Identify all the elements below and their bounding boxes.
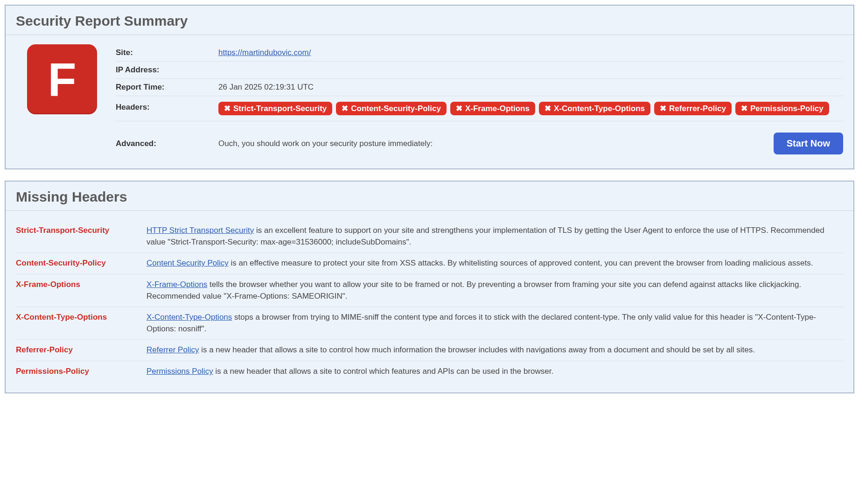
missing-header-desc-text: is a new header that allows a site to co… [199, 345, 755, 354]
header-pill-label: Permissions-Policy [750, 104, 824, 113]
header-pill-label: X-Frame-Options [465, 104, 530, 113]
header-pill[interactable]: ✖Content-Security-Policy [336, 102, 447, 115]
x-icon: ✖ [741, 104, 747, 113]
missing-header-name: X-Content-Type-Options [16, 312, 147, 335]
x-icon: ✖ [660, 104, 666, 113]
missing-header-link[interactable]: X-Frame-Options [147, 280, 207, 289]
header-pill[interactable]: ✖X-Content-Type-Options [539, 102, 650, 115]
summary-row-headers: Headers: ✖Strict-Transport-Security✖Cont… [116, 96, 843, 121]
missing-headers-panel-header: Missing Headers [6, 182, 853, 210]
x-icon: ✖ [456, 104, 462, 113]
summary-row-report-time: Report Time: 26 Jan 2025 02:19:31 UTC [116, 79, 843, 96]
header-pills-container: ✖Strict-Transport-Security✖Content-Secur… [218, 100, 843, 117]
summary-panel-body: F Site: https://martindubovic.com/ IP Ad… [6, 35, 853, 168]
missing-header-desc: HTTP Strict Transport Security is an exc… [147, 225, 843, 248]
missing-header-name: Strict-Transport-Security [16, 225, 147, 248]
report-time-value: 26 Jan 2025 02:19:31 UTC [218, 83, 843, 92]
missing-header-link[interactable]: Content Security Policy [147, 259, 229, 267]
missing-headers-table: Strict-Transport-SecurityHTTP Strict Tra… [16, 220, 843, 382]
report-time-label: Report Time: [116, 83, 218, 92]
summary-row-advanced: Advanced: Ouch, you should work on your … [116, 121, 843, 158]
missing-header-name: Referrer-Policy [16, 344, 147, 356]
missing-header-row: Content-Security-PolicyContent Security … [16, 253, 843, 274]
header-pill[interactable]: ✖Referrer-Policy [654, 102, 732, 115]
x-icon: ✖ [342, 104, 348, 113]
advanced-text: Ouch, you should work on your security p… [218, 139, 774, 148]
header-pill-label: Content-Security-Policy [351, 104, 441, 113]
missing-headers-panel-body: Strict-Transport-SecurityHTTP Strict Tra… [6, 210, 853, 392]
missing-header-name: Permissions-Policy [16, 366, 147, 378]
missing-header-name: Content-Security-Policy [16, 258, 147, 269]
missing-headers-title: Missing Headers [16, 189, 843, 205]
missing-header-desc: Permissions Policy is a new header that … [147, 366, 843, 378]
headers-label: Headers: [116, 100, 218, 112]
site-label: Site: [116, 48, 218, 57]
summary-row-site: Site: https://martindubovic.com/ [116, 44, 843, 62]
missing-header-link[interactable]: HTTP Strict Transport Security [147, 226, 254, 235]
site-link[interactable]: https://martindubovic.com/ [218, 48, 311, 57]
header-pill-label: Referrer-Policy [669, 104, 726, 113]
missing-header-name: X-Frame-Options [16, 279, 147, 302]
missing-header-desc-text: is an effective measure to protect your … [229, 259, 813, 267]
missing-header-row: Permissions-PolicyPermissions Policy is … [16, 361, 843, 382]
ip-label: IP Address: [116, 65, 218, 75]
summary-table: Site: https://martindubovic.com/ IP Addr… [116, 44, 843, 158]
missing-header-row: X-Frame-OptionsX-Frame-Options tells the… [16, 274, 843, 307]
missing-header-desc-text: is a new header that allows a site to co… [213, 367, 554, 376]
missing-header-desc: Content Security Policy is an effective … [147, 258, 843, 269]
missing-header-link[interactable]: Permissions Policy [147, 367, 213, 376]
missing-header-row: Strict-Transport-SecurityHTTP Strict Tra… [16, 220, 843, 253]
missing-header-desc: X-Content-Type-Options stops a browser f… [147, 312, 843, 335]
summary-row-ip: IP Address: [116, 62, 843, 79]
missing-header-desc-text: tells the browser whether you want to al… [147, 280, 801, 301]
summary-title: Security Report Summary [16, 13, 843, 29]
site-value: https://martindubovic.com/ [218, 48, 843, 57]
start-now-button[interactable]: Start Now [774, 133, 843, 154]
grade-badge: F [27, 44, 97, 114]
header-pill[interactable]: ✖Permissions-Policy [735, 102, 829, 115]
missing-headers-panel: Missing Headers Strict-Transport-Securit… [5, 181, 854, 393]
x-icon: ✖ [224, 104, 230, 113]
advanced-label: Advanced: [116, 139, 218, 148]
missing-header-desc: Referrer Policy is a new header that all… [147, 344, 843, 356]
summary-panel: Security Report Summary F Site: https://… [5, 5, 854, 169]
missing-header-row: X-Content-Type-OptionsX-Content-Type-Opt… [16, 307, 843, 340]
missing-header-desc: X-Frame-Options tells the browser whethe… [147, 279, 843, 302]
missing-header-row: Referrer-PolicyReferrer Policy is a new … [16, 340, 843, 361]
missing-header-desc-text: stops a browser from trying to MIME-snif… [147, 313, 816, 333]
header-pill-label: X-Content-Type-Options [554, 104, 645, 113]
header-pill[interactable]: ✖Strict-Transport-Security [218, 102, 332, 115]
missing-header-link[interactable]: Referrer Policy [147, 345, 199, 354]
header-pill[interactable]: ✖X-Frame-Options [450, 102, 535, 115]
headers-value: ✖Strict-Transport-Security✖Content-Secur… [218, 100, 843, 117]
missing-header-link[interactable]: X-Content-Type-Options [147, 313, 232, 322]
header-pill-label: Strict-Transport-Security [233, 104, 327, 113]
summary-panel-header: Security Report Summary [6, 6, 853, 35]
x-icon: ✖ [545, 104, 551, 113]
